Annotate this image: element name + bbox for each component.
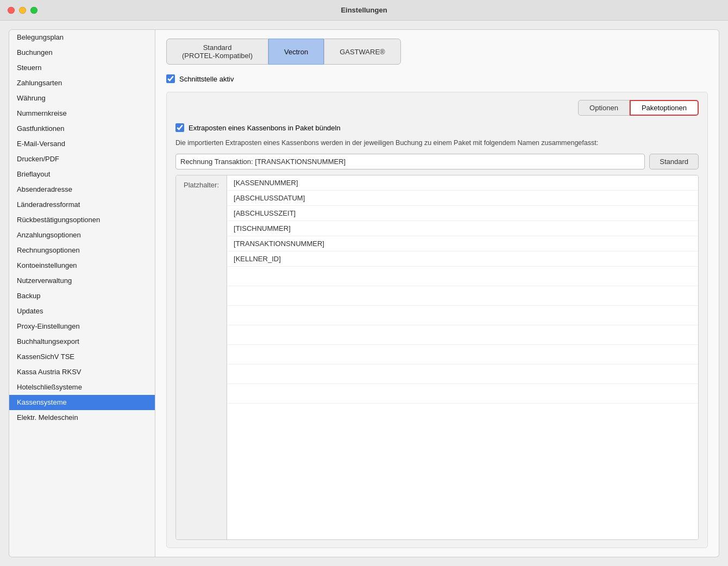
schnittstelle-label: Schnittstelle aktiv xyxy=(179,75,234,83)
content-area: Standard (PROTEL-Kompatibel)VectronGASTW… xyxy=(155,29,719,557)
placeholder-row-empty xyxy=(227,306,698,325)
package-checkbox-row: Extraposten eines Kassenbons in Paket bü… xyxy=(175,123,699,132)
schnittstelle-row: Schnittstelle aktiv xyxy=(166,74,708,83)
placeholder-row: [KASSENNUMMER] xyxy=(227,175,698,191)
sub-tabs: OptionenPaketoptionen xyxy=(175,100,699,116)
sidebar-item[interactable]: Kassensysteme xyxy=(9,395,155,410)
sidebar-item[interactable]: Rechnungsoptionen xyxy=(9,243,155,258)
sidebar-item[interactable]: Kontoeinstellungen xyxy=(9,258,155,273)
main-tab-0[interactable]: Standard (PROTEL-Kompatibel) xyxy=(166,39,268,65)
window-controls[interactable] xyxy=(8,7,37,14)
placeholder-row-empty xyxy=(227,364,698,384)
placeholder-row: [ABSCHLUSSDATUM] xyxy=(227,191,698,206)
sidebar-item[interactable]: Drucken/PDF xyxy=(9,152,155,167)
sidebar-item[interactable]: Belegungsplan xyxy=(9,30,155,45)
sidebar-item[interactable]: E-Mail-Versand xyxy=(9,136,155,152)
placeholder-row-empty xyxy=(227,404,698,423)
package-checkbox-label: Extraposten eines Kassenbons in Paket bü… xyxy=(189,124,341,132)
placeholder-row: [TISCHNUMMER] xyxy=(227,221,698,236)
placeholder-row: [KELLNER_ID] xyxy=(227,251,698,267)
maximize-button[interactable] xyxy=(30,7,37,14)
sidebar-item[interactable]: Kassa Austria RKSV xyxy=(9,364,155,380)
sidebar-item[interactable]: Proxy-Einstellungen xyxy=(9,319,155,334)
window-title: Einstellungen xyxy=(341,6,387,14)
placeholder-row: [TRANSAKTIONSNUMMER] xyxy=(227,236,698,251)
placeholder-row: [ABSCHLUSSZEIT] xyxy=(227,206,698,221)
placeholder-row-empty xyxy=(227,286,698,306)
sidebar-item[interactable]: Elektr. Meldeschein xyxy=(9,410,155,425)
main-tabs: Standard (PROTEL-Kompatibel)VectronGASTW… xyxy=(166,39,708,65)
sidebar: BelegungsplanBuchungenSteuernZahlungsart… xyxy=(9,29,155,557)
sidebar-item[interactable]: Währung xyxy=(9,91,155,106)
sidebar-item[interactable]: Brieflayout xyxy=(9,167,155,182)
titlebar: Einstellungen xyxy=(0,0,728,21)
sidebar-item[interactable]: Anzahlungsoptionen xyxy=(9,228,155,243)
sidebar-item[interactable]: Buchhaltungsexport xyxy=(9,334,155,349)
main-tab-1[interactable]: Vectron xyxy=(268,39,324,65)
main-content: BelegungsplanBuchungenSteuernZahlungsart… xyxy=(0,21,728,566)
placeholder-label: Platzhalter: xyxy=(176,175,227,540)
placeholder-row-empty xyxy=(227,384,698,404)
sub-tab-1[interactable]: Paketoptionen xyxy=(630,100,699,116)
close-button[interactable] xyxy=(8,7,15,14)
main-tab-2[interactable]: GASTWARE® xyxy=(324,39,401,65)
inner-panel: OptionenPaketoptionen Extraposten eines … xyxy=(166,92,708,548)
placeholder-row-empty xyxy=(227,267,698,286)
placeholder-section: Platzhalter: [KASSENNUMMER][ABSCHLUSSDAT… xyxy=(175,175,699,540)
placeholder-list: [KASSENNUMMER][ABSCHLUSSDATUM][ABSCHLUSS… xyxy=(227,175,698,540)
sidebar-item[interactable]: Nutzerverwaltung xyxy=(9,273,155,288)
sidebar-item[interactable]: Buchungen xyxy=(9,45,155,60)
minimize-button[interactable] xyxy=(19,7,26,14)
input-row: Standard xyxy=(175,154,699,169)
sidebar-item[interactable]: Steuern xyxy=(9,60,155,76)
sidebar-item[interactable]: Backup xyxy=(9,288,155,304)
transaction-input[interactable] xyxy=(175,154,645,169)
placeholder-row-empty xyxy=(227,325,698,345)
schnittstelle-checkbox[interactable] xyxy=(166,74,175,83)
sidebar-item[interactable]: Hotelschließsysteme xyxy=(9,380,155,395)
sidebar-item[interactable]: KassenSichV TSE xyxy=(9,349,155,364)
sidebar-item[interactable]: Länderadressformat xyxy=(9,197,155,212)
package-checkbox[interactable] xyxy=(175,123,184,132)
package-description: Die importierten Extraposten eines Kasse… xyxy=(175,139,699,148)
sidebar-item[interactable]: Updates xyxy=(9,304,155,319)
sidebar-item[interactable]: Zahlungsarten xyxy=(9,76,155,91)
sub-tab-0[interactable]: Optionen xyxy=(578,100,630,116)
sidebar-item[interactable]: Nummernkreise xyxy=(9,106,155,121)
placeholder-row-empty xyxy=(227,345,698,364)
standard-button[interactable]: Standard xyxy=(649,154,699,169)
sidebar-item[interactable]: Absenderadresse xyxy=(9,182,155,197)
sidebar-item[interactable]: Gastfunktionen xyxy=(9,121,155,136)
sidebar-item[interactable]: Rückbestätigungsoptionen xyxy=(9,212,155,228)
